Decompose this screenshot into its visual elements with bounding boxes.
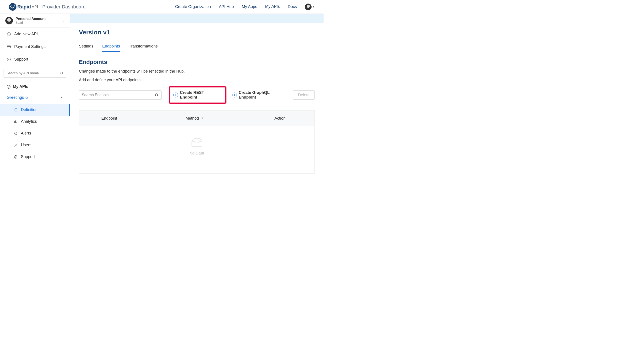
body: Personal Account Saad ⌄ Add New API Paym…: [0, 14, 324, 191]
sidebar-search: [4, 69, 66, 78]
chevron-up-icon: [60, 96, 63, 99]
search-icon: [60, 72, 64, 75]
col-method[interactable]: Method: [185, 116, 252, 121]
endpoint-toolbar: + Create REST Endpoint + Create GraphQL …: [79, 86, 315, 104]
filter-icon[interactable]: [201, 117, 204, 120]
sidebar-api-item[interactable]: Greetings: [0, 91, 70, 104]
svg-marker-19: [15, 156, 16, 157]
create-rest-endpoint-button[interactable]: + Create REST Endpoint: [171, 88, 224, 102]
svg-marker-6: [8, 59, 10, 60]
col-endpoint[interactable]: Endpoint: [101, 116, 185, 121]
sidebar-search-input[interactable]: [4, 69, 57, 78]
svg-point-9: [7, 85, 11, 88]
search-icon: [155, 93, 159, 97]
credit-card-icon: [7, 44, 11, 49]
tab-settings[interactable]: Settings: [79, 41, 93, 52]
logo-icon: [9, 3, 17, 11]
button-label: Create GraphQL Endpoint: [239, 90, 287, 100]
logo-text: Rapid: [17, 4, 31, 10]
top-nav: Create Organization API Hub My Apps My A…: [175, 0, 315, 13]
sidebar-sub-users[interactable]: Users: [0, 139, 70, 151]
svg-line-8: [62, 74, 63, 74]
api-name: Greetings: [7, 95, 24, 100]
nav-docs[interactable]: Docs: [288, 0, 297, 13]
user-menu[interactable]: ▼: [305, 4, 315, 10]
table-header: Endpoint Method Action: [79, 110, 314, 126]
svg-point-7: [60, 72, 62, 74]
check-circle-icon: [7, 85, 11, 89]
nav-api-hub[interactable]: API Hub: [219, 0, 234, 13]
col-action: Action: [252, 116, 308, 121]
avatar: [5, 17, 13, 24]
compass-icon: [14, 155, 18, 159]
endpoint-search: [79, 90, 161, 100]
sidebar-item-label: Payment Settings: [14, 44, 46, 49]
section-desc-2: Add and define your API endpoints.: [79, 78, 315, 82]
sidebar-sub-definition[interactable]: Definition: [0, 104, 70, 116]
col-method-label: Method: [185, 116, 199, 121]
plus-circle-icon: +: [232, 92, 237, 98]
main: Version v1 Settings Endpoints Transforma…: [70, 14, 324, 191]
sidebar-add-new-api[interactable]: Add New API: [0, 28, 70, 40]
plus-circle-icon: [7, 32, 11, 36]
nav-my-apps[interactable]: My Apps: [242, 0, 257, 13]
file-icon: [14, 108, 18, 112]
account-switcher[interactable]: Personal Account Saad ⌄: [0, 14, 70, 28]
endpoints-table: Endpoint Method Action: [79, 110, 315, 174]
sidebar-sub-support[interactable]: Support: [0, 151, 70, 163]
highlight-annotation: + Create REST Endpoint: [169, 86, 227, 104]
clock-icon: [14, 132, 18, 135]
tab-transformations[interactable]: Transformations: [129, 41, 157, 52]
sub-label: Support: [21, 154, 35, 159]
brand-subtitle: Provider Dashboard: [42, 4, 86, 10]
lock-icon: [25, 96, 28, 100]
sidebar-sub-alerts[interactable]: Alerts: [0, 128, 70, 139]
compass-icon: [7, 57, 11, 62]
sidebar-item-label: Add New API: [14, 32, 38, 36]
tabs: Settings Endpoints Transformations: [79, 41, 315, 52]
sub-label: Definition: [21, 108, 38, 112]
user-icon: [14, 144, 18, 147]
nav-create-organization[interactable]: Create Organization: [175, 0, 211, 13]
sub-label: Analytics: [21, 119, 37, 124]
inbox-icon: [190, 137, 204, 148]
svg-rect-3: [7, 46, 11, 48]
bar-chart-icon: [14, 120, 18, 124]
nav-my-apis[interactable]: My APIs: [265, 0, 280, 13]
sub-label: Alerts: [21, 131, 31, 136]
page-title: Version v1: [79, 29, 315, 36]
info-banner: [70, 14, 324, 23]
empty-text: No Data: [189, 151, 204, 156]
sidebar-sub-analytics[interactable]: Analytics: [0, 116, 70, 128]
button-label: Create REST Endpoint: [180, 90, 222, 100]
create-graphql-endpoint-button[interactable]: + Create GraphQL Endpoint: [230, 88, 289, 102]
logo-api-suffix: API: [32, 5, 38, 9]
sidebar-support[interactable]: Support: [0, 53, 70, 66]
endpoint-search-input[interactable]: [82, 93, 155, 97]
plus-circle-icon: +: [173, 92, 178, 98]
sidebar-item-label: Support: [14, 57, 28, 62]
svg-point-18: [14, 155, 17, 158]
header: RapidAPI Provider Dashboard Create Organ…: [0, 0, 324, 14]
chevron-down-icon: ⌄: [62, 19, 64, 22]
sub-label: Users: [21, 143, 31, 148]
svg-rect-10: [26, 97, 28, 98]
svg-point-5: [7, 58, 11, 61]
svg-rect-11: [15, 108, 17, 111]
empty-state: No Data: [79, 126, 314, 173]
logo[interactable]: RapidAPI: [9, 3, 38, 11]
search-button[interactable]: [57, 69, 66, 78]
header-left: RapidAPI Provider Dashboard: [9, 3, 86, 11]
delete-button[interactable]: Delete: [293, 90, 315, 100]
sidebar-my-apis-heading: My APIs: [0, 80, 70, 91]
account-label: Personal Account: [16, 17, 46, 21]
svg-point-20: [155, 94, 158, 96]
avatar: [305, 4, 312, 10]
section-desc-1: Changes made to the endpoints will be re…: [79, 69, 315, 74]
tab-endpoints[interactable]: Endpoints: [102, 41, 120, 52]
content: Version v1 Settings Endpoints Transforma…: [70, 23, 324, 179]
heading-label: My APIs: [13, 84, 28, 89]
svg-line-21: [157, 96, 158, 96]
sidebar-payment-settings[interactable]: Payment Settings: [0, 40, 70, 53]
account-user: Saad: [16, 21, 46, 24]
